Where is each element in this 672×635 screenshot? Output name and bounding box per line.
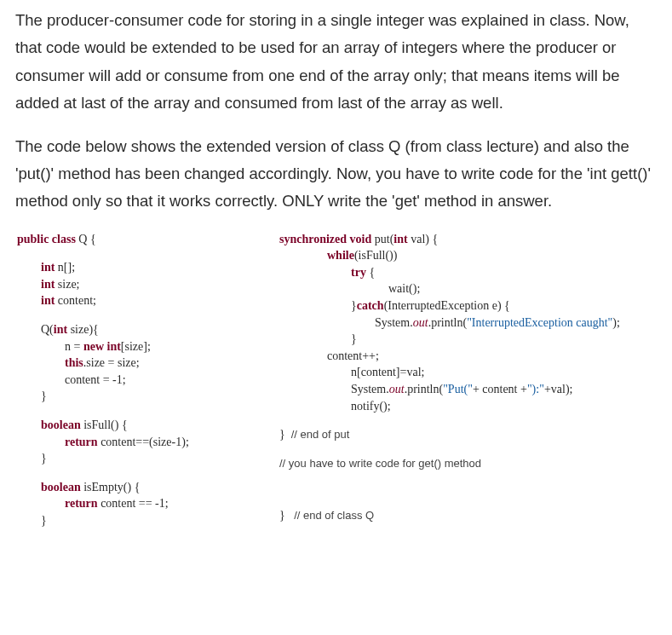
code-line: } // end of class Q <box>279 507 657 524</box>
code-text: } <box>41 390 47 402</box>
keyword: boolean <box>41 481 81 494</box>
code-line: int size; <box>17 276 279 293</box>
code-line: System.out.println("Put("+ content +"):"… <box>279 381 657 398</box>
code-line: boolean isEmpty() { <box>17 479 279 496</box>
code-line: }catch(InterruptedException e) { <box>279 297 657 315</box>
code-line: notify(); <box>279 398 657 415</box>
code-text: + content + <box>473 383 527 395</box>
code-line: content = -1; <box>17 372 279 389</box>
code-text: content==(size-1); <box>98 436 189 448</box>
keyword: return <box>65 436 98 448</box>
keyword: public class <box>17 233 76 245</box>
code-text: .println( <box>428 316 468 329</box>
code-text: size){ <box>67 323 99 336</box>
code-text: } <box>41 452 47 465</box>
code-text: ); <box>612 316 620 329</box>
code-block: public class Q { int n[]; int size; int … <box>15 231 657 529</box>
code-text: [size]; <box>121 340 151 353</box>
code-text: size; <box>55 278 79 291</box>
keyword: int <box>41 261 55 274</box>
code-text: (InterruptedException e) { <box>384 299 510 312</box>
string-literal: "Put(" <box>443 383 473 395</box>
keyword: boolean <box>41 419 81 431</box>
code-line: } <box>279 331 657 348</box>
keyword: return <box>65 497 98 510</box>
code-line: while(isFull()) <box>279 247 657 264</box>
code-comment: // end of put <box>291 428 350 441</box>
code-line: int n[]; <box>17 259 279 276</box>
code-line: Q(int size){ <box>17 321 279 338</box>
code-text: n = <box>65 340 83 353</box>
code-line: return content == -1; <box>17 495 279 512</box>
keyword: try <box>351 266 366 279</box>
code-line: System.out.println("InterruptedException… <box>279 315 657 332</box>
keyword: synchronized void <box>279 233 371 245</box>
code-line: wait(); <box>279 280 657 297</box>
field-ref: out <box>389 383 405 395</box>
code-line: public class Q { <box>17 231 279 248</box>
code-text: { <box>366 266 375 279</box>
code-line: } <box>17 388 279 405</box>
code-line: // you have to write code for get() meth… <box>279 455 657 472</box>
keyword: this <box>65 356 83 369</box>
problem-paragraph-2: The code below shows the extended versio… <box>15 133 657 216</box>
problem-paragraph-1: The producer-consumer code for storing i… <box>15 7 657 118</box>
code-right-column: synchronized void put(int val) { while(i… <box>279 231 657 529</box>
code-line: n[content]=val; <box>279 364 657 381</box>
code-text: .size = size; <box>83 356 140 369</box>
code-line: this.size = size; <box>17 355 279 372</box>
string-literal: "InterruptedException caught" <box>467 316 612 329</box>
code-text: .println( <box>405 383 444 395</box>
keyword: int <box>393 233 407 245</box>
keyword: int <box>41 278 55 291</box>
string-literal: "):" <box>527 383 544 395</box>
code-line: return content==(size-1); <box>17 434 279 451</box>
code-text: put( <box>371 233 393 245</box>
code-comment: // end of class Q <box>294 509 374 522</box>
code-instruction-comment: // you have to write code for get() meth… <box>279 457 481 470</box>
code-text: } <box>351 332 357 345</box>
code-text: Q { <box>76 233 96 245</box>
code-line: synchronized void put(int val) { <box>279 231 657 248</box>
code-text: +val); <box>544 383 573 395</box>
keyword: int <box>54 323 67 336</box>
code-text: notify(); <box>351 400 391 413</box>
code-text: val) { <box>408 233 439 245</box>
code-line: } // end of put <box>279 426 657 443</box>
keyword: int <box>41 294 55 307</box>
code-text: (isFull()) <box>354 249 398 262</box>
code-line: int content; <box>17 292 279 309</box>
code-line: n = new int[size]; <box>17 338 279 355</box>
code-text: content == -1; <box>98 497 169 510</box>
code-text: isFull() { <box>81 419 128 431</box>
code-text: } <box>279 509 294 522</box>
code-text: n[]; <box>55 261 75 274</box>
code-line: try { <box>279 264 657 281</box>
keyword: while <box>327 249 354 262</box>
code-text: wait(); <box>388 282 420 295</box>
code-text: content++; <box>327 349 379 362</box>
code-text: Q( <box>41 323 54 336</box>
code-text: n[content]=val; <box>351 366 424 378</box>
code-text: System. <box>351 383 389 395</box>
code-line: boolean isFull() { <box>17 417 279 434</box>
keyword: new int <box>83 340 121 353</box>
code-line: } <box>17 450 279 467</box>
code-text: content = -1; <box>65 373 126 386</box>
keyword: catch <box>357 299 384 312</box>
code-line: } <box>17 512 279 529</box>
code-text: System. <box>375 316 413 329</box>
code-text: content; <box>55 294 96 307</box>
code-line: content++; <box>279 348 657 365</box>
code-text: } <box>279 428 291 441</box>
code-text: isEmpty() { <box>81 481 141 494</box>
field-ref: out <box>413 316 428 329</box>
code-text: } <box>351 299 357 312</box>
code-text: } <box>41 514 47 527</box>
code-left-column: public class Q { int n[]; int size; int … <box>15 231 279 529</box>
